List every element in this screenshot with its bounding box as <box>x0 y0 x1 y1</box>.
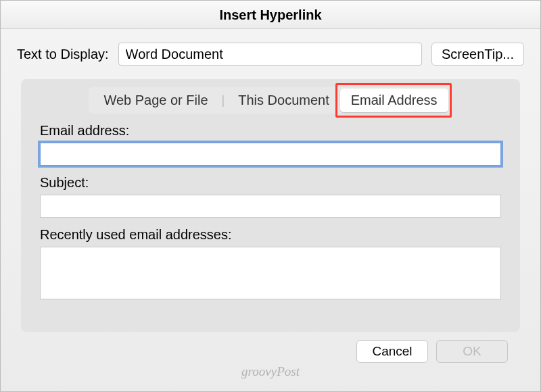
subject-label: Subject: <box>40 175 501 191</box>
screentip-button[interactable]: ScreenTip... <box>431 43 524 66</box>
tab-bar: Web Page or File | This Document Email A… <box>40 87 501 114</box>
tab-this-document[interactable]: This Document <box>227 89 340 112</box>
email-field-group: Email address: <box>40 123 501 166</box>
cancel-button[interactable]: Cancel <box>356 340 428 363</box>
tab-email-address[interactable]: Email Address <box>340 89 448 112</box>
text-to-display-label: Text to Display: <box>17 47 109 62</box>
recent-field-group: Recently used email addresses: <box>40 227 501 299</box>
subject-input[interactable] <box>40 195 501 218</box>
watermark-text: groovyPost <box>17 364 524 385</box>
recent-label: Recently used email addresses: <box>40 227 501 243</box>
subject-field-group: Subject: <box>40 175 501 218</box>
hyperlink-panel: Web Page or File | This Document Email A… <box>21 79 520 332</box>
email-label: Email address: <box>40 123 501 139</box>
tab-separator: | <box>219 93 228 107</box>
tab-bar-inner: Web Page or File | This Document Email A… <box>89 87 452 114</box>
text-to-display-row: Text to Display: ScreenTip... <box>17 43 524 66</box>
text-to-display-input[interactable] <box>118 43 422 66</box>
recent-emails-listbox[interactable] <box>40 247 501 299</box>
dialog-title: Insert Hyperlink <box>1 1 540 29</box>
ok-button: OK <box>436 340 508 363</box>
insert-hyperlink-dialog: Insert Hyperlink Text to Display: Screen… <box>0 0 541 392</box>
tab-web-page-or-file[interactable]: Web Page or File <box>93 89 218 112</box>
dialog-content: Text to Display: ScreenTip... Web Page o… <box>1 29 540 391</box>
email-input[interactable] <box>40 143 501 166</box>
dialog-footer: Cancel OK <box>17 332 524 366</box>
